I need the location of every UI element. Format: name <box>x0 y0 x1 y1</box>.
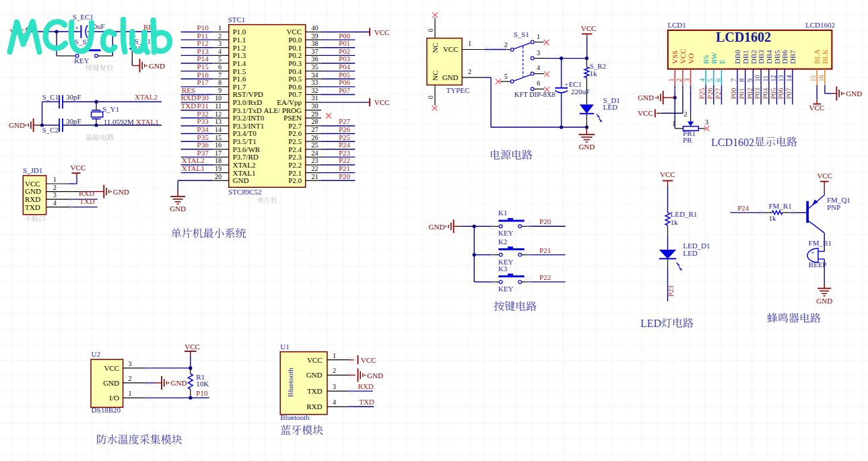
svg-text:P1.7: P1.7 <box>233 83 246 91</box>
svg-text:21: 21 <box>312 173 319 180</box>
svg-text:P33: P33 <box>197 117 209 125</box>
svg-text:P16: P16 <box>197 71 209 79</box>
svg-text:P3.2/INT0: P3.2/INT0 <box>233 114 265 122</box>
svg-text:4: 4 <box>218 48 222 55</box>
svg-text:P34: P34 <box>197 125 209 133</box>
svg-text:VCC: VCC <box>25 180 40 188</box>
svg-text:P02: P02 <box>339 47 350 55</box>
svg-text:P27: P27 <box>339 117 351 125</box>
svg-text:30: 30 <box>312 102 319 110</box>
svg-text:EC1: EC1 <box>568 80 582 88</box>
svg-text:P3.0/RxD: P3.0/RxD <box>233 98 263 106</box>
svg-text:P1.4: P1.4 <box>233 59 246 67</box>
svg-text:P0.1: P0.1 <box>288 44 302 52</box>
svg-text:VCC: VCC <box>809 104 824 112</box>
svg-text:P21: P21 <box>339 164 350 172</box>
svg-text:4: 4 <box>333 398 336 406</box>
svg-text:GND: GND <box>578 143 595 151</box>
svg-text:P3.6/WR: P3.6/WR <box>233 145 261 153</box>
svg-text:P22: P22 <box>339 156 350 164</box>
svg-text:1: 1 <box>129 390 132 397</box>
svg-text:KEY: KEY <box>498 229 514 237</box>
svg-text:33: 33 <box>312 79 319 86</box>
svg-text:P2.7: P2.7 <box>288 122 302 130</box>
svg-text:LED_R1: LED_R1 <box>671 210 698 218</box>
svg-text:20: 20 <box>215 173 222 180</box>
svg-text:P1.1: P1.1 <box>233 36 246 44</box>
svg-text:GND: GND <box>816 297 832 305</box>
svg-text:P26: P26 <box>339 125 351 133</box>
svg-text:+: + <box>811 249 815 256</box>
svg-text:P0.2: P0.2 <box>288 51 302 59</box>
svg-text:8: 8 <box>738 79 745 82</box>
svg-text:P20: P20 <box>539 217 552 225</box>
svg-text:PNP: PNP <box>827 203 840 211</box>
svg-text:DB1: DB1 <box>741 50 749 64</box>
svg-text:P11: P11 <box>197 32 209 40</box>
svg-text:DB5: DB5 <box>773 50 781 64</box>
svg-text:LCD1602: LCD1602 <box>716 30 771 44</box>
svg-text:P05: P05 <box>769 87 777 100</box>
svg-text:GND: GND <box>25 187 41 195</box>
svg-text:VCC: VCC <box>307 356 323 364</box>
svg-text:30pF: 30pF <box>66 93 81 101</box>
svg-text:RST/VPD: RST/VPD <box>233 90 263 98</box>
svg-text:P1.3: P1.3 <box>233 51 246 59</box>
svg-text:P04: P04 <box>339 63 351 71</box>
svg-text:1k: 1k <box>671 218 679 226</box>
svg-text:K2: K2 <box>498 238 507 246</box>
svg-text:TYPEC: TYPEC <box>446 86 470 94</box>
svg-text:P2.0: P2.0 <box>288 176 302 184</box>
svg-text:11: 11 <box>762 75 769 82</box>
svg-text:0: 0 <box>427 29 434 32</box>
svg-text:VCC: VCC <box>104 364 119 372</box>
svg-text:4: 4 <box>53 199 57 207</box>
svg-text:P27: P27 <box>714 87 722 100</box>
svg-text:40: 40 <box>312 24 319 32</box>
svg-text:P31: P31 <box>197 102 209 110</box>
svg-text:P1.5: P1.5 <box>233 67 246 75</box>
svg-text:27: 27 <box>312 126 319 133</box>
svg-text:K1: K1 <box>498 209 507 217</box>
svg-text:32: 32 <box>312 87 319 94</box>
svg-text:GND: GND <box>429 223 445 231</box>
svg-text:VCC: VCC <box>443 45 459 53</box>
svg-text:10: 10 <box>215 94 222 102</box>
svg-text:39: 39 <box>312 32 319 40</box>
svg-text:4: 4 <box>698 79 706 82</box>
svg-text:9: 9 <box>218 87 222 94</box>
svg-text:VCC: VCC <box>185 343 200 351</box>
svg-text:ALE/ PROG: ALE/ PROG <box>263 106 302 114</box>
svg-text:GND: GND <box>170 205 186 213</box>
svg-text:P06: P06 <box>339 78 351 86</box>
svg-text:DB6: DB6 <box>780 50 789 64</box>
svg-text:VCC: VCC <box>660 170 675 178</box>
svg-text:P12: P12 <box>197 39 209 47</box>
svg-text:2: 2 <box>53 184 57 191</box>
svg-text:15: 15 <box>215 134 222 141</box>
svg-text:3: 3 <box>333 383 336 390</box>
svg-text:VCC: VCC <box>361 356 376 364</box>
svg-text:28: 28 <box>312 118 319 125</box>
svg-text:3: 3 <box>53 191 57 199</box>
svg-text:VSS: VSS <box>671 50 679 64</box>
svg-text:P14: P14 <box>197 55 209 63</box>
svg-text:P30: P30 <box>197 94 209 102</box>
svg-text:P06: P06 <box>776 87 784 100</box>
svg-text:GND: GND <box>442 73 459 81</box>
svg-text:XTAL2: XTAL2 <box>135 93 158 101</box>
svg-text:14: 14 <box>215 126 222 133</box>
svg-text:TXD: TXD <box>307 387 323 395</box>
svg-text:S_Y1: S_Y1 <box>102 105 119 113</box>
svg-text:13: 13 <box>215 118 222 125</box>
svg-text:P3.4/T0: P3.4/T0 <box>233 129 257 137</box>
svg-text:P2.4: P2.4 <box>288 145 302 153</box>
svg-text:P00: P00 <box>729 87 737 100</box>
svg-text:DB4: DB4 <box>765 50 773 64</box>
svg-text:P1.2: P1.2 <box>233 44 246 52</box>
svg-text:P36: P36 <box>197 141 209 149</box>
svg-text:STC1: STC1 <box>228 15 246 24</box>
svg-text:P04: P04 <box>761 87 769 100</box>
svg-text:P0.4: P0.4 <box>288 67 302 75</box>
svg-text:GND: GND <box>9 121 25 129</box>
